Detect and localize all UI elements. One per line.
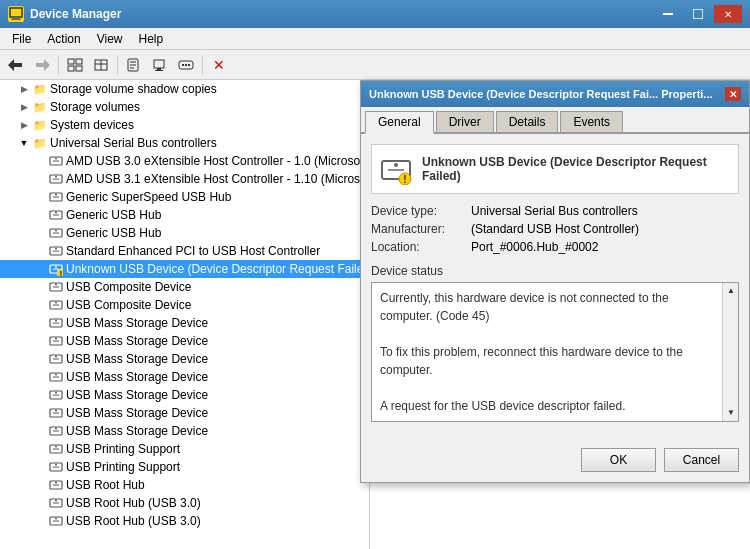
- tree-label: USB Mass Storage Device: [66, 316, 208, 330]
- tree-item-usb-print-1[interactable]: USB Printing Support: [0, 440, 369, 458]
- svg-point-89: [55, 518, 57, 520]
- dialog-title-bar: Unknown USB Device (Device Descriptor Re…: [361, 81, 749, 107]
- tree-item-usb-mass-4[interactable]: USB Mass Storage Device: [0, 368, 369, 386]
- tree-item-usb-print-2[interactable]: USB Printing Support: [0, 458, 369, 476]
- svg-rect-22: [182, 64, 184, 66]
- usb-icon: [48, 153, 64, 169]
- tree-item-usb-mass-2[interactable]: USB Mass Storage Device: [0, 332, 369, 350]
- svg-point-65: [55, 374, 57, 376]
- tree-label: USB Mass Storage Device: [66, 334, 208, 348]
- svg-point-50: [55, 284, 57, 286]
- dialog-close-button[interactable]: ✕: [725, 87, 741, 101]
- usb-icon: [48, 297, 64, 313]
- driver-btn[interactable]: [174, 54, 198, 76]
- tree-label: USB Root Hub: [66, 478, 145, 492]
- usb-icon: [48, 315, 64, 331]
- usb-warn-icon: !: [48, 261, 64, 277]
- tree-label: Unknown USB Device (Device Descriptor Re…: [66, 262, 370, 276]
- tree-item-generic-hub-1[interactable]: Generic USB Hub: [0, 206, 369, 224]
- expand-icon: ▶: [16, 81, 32, 97]
- delete-btn[interactable]: ✕: [207, 54, 231, 76]
- tree-item-generic-ss-hub[interactable]: Generic SuperSpeed USB Hub: [0, 188, 369, 206]
- tree-item-storage-shadow[interactable]: ▶ 📁 Storage volume shadow copies: [0, 80, 369, 98]
- tree-item-usb-root-1[interactable]: USB Root Hub: [0, 476, 369, 494]
- tab-general[interactable]: General: [365, 111, 434, 134]
- tree-item-usb-root-2[interactable]: USB Root Hub (USB 3.0): [0, 494, 369, 512]
- back-button[interactable]: [4, 54, 28, 76]
- tree-label: USB Root Hub (USB 3.0): [66, 514, 201, 528]
- expand-placeholder: [32, 459, 48, 475]
- tree-label: USB Root Hub (USB 3.0): [66, 496, 201, 510]
- menu-action[interactable]: Action: [39, 30, 88, 48]
- maximize-button[interactable]: [684, 5, 712, 23]
- tree-item-storage-volumes[interactable]: ▶ 📁 Storage volumes: [0, 98, 369, 116]
- menu-file[interactable]: File: [4, 30, 39, 48]
- tree-item-usb-mass-5[interactable]: USB Mass Storage Device: [0, 386, 369, 404]
- svg-point-86: [55, 500, 57, 502]
- scroll-up-button[interactable]: ▲: [723, 283, 739, 299]
- tab-driver[interactable]: Driver: [436, 111, 494, 132]
- svg-marker-6: [36, 59, 50, 71]
- device-manager-view-btn[interactable]: [63, 54, 87, 76]
- scan-btn[interactable]: [148, 54, 172, 76]
- menu-help[interactable]: Help: [131, 30, 172, 48]
- svg-point-62: [55, 356, 57, 358]
- usb-icon: [48, 423, 64, 439]
- svg-point-53: [55, 302, 57, 304]
- tree-item-usb-composite-2[interactable]: USB Composite Device: [0, 296, 369, 314]
- title-bar-controls: ✕: [654, 5, 742, 23]
- tab-details[interactable]: Details: [496, 111, 559, 132]
- tree-label: Generic SuperSpeed USB Hub: [66, 190, 231, 204]
- ok-button[interactable]: OK: [581, 448, 656, 472]
- svg-rect-7: [68, 59, 74, 64]
- dialog-buttons: OK Cancel: [361, 442, 749, 482]
- prop-value-manufacturer: (Standard USB Host Controller): [471, 222, 739, 236]
- tree-label: System devices: [50, 118, 134, 132]
- usb-icon: [48, 369, 64, 385]
- toolbar: ✕: [0, 50, 750, 80]
- status-scrollbar[interactable]: ▲ ▼: [722, 283, 738, 421]
- tree-item-amd-30[interactable]: AMD USB 3.0 eXtensible Host Controller -…: [0, 152, 369, 170]
- tree-label: Storage volume shadow copies: [50, 82, 217, 96]
- dialog-tabs: General Driver Details Events: [361, 107, 749, 134]
- svg-point-27: [55, 158, 57, 160]
- tree-item-usb-mass-1[interactable]: USB Mass Storage Device: [0, 314, 369, 332]
- tree-item-usb-root-3[interactable]: USB Root Hub (USB 3.0): [0, 512, 369, 530]
- usb-icon: [48, 387, 64, 403]
- tree-panel[interactable]: ▶ 📁 Storage volume shadow copies ▶ 📁 Sto…: [0, 80, 370, 549]
- expand-placeholder: [32, 333, 48, 349]
- tree-item-usb-mass-6[interactable]: USB Mass Storage Device: [0, 404, 369, 422]
- menu-view[interactable]: View: [89, 30, 131, 48]
- tree-item-system-devices[interactable]: ▶ 📁 System devices: [0, 116, 369, 134]
- tree-item-standard-pci[interactable]: Standard Enhanced PCI to USB Host Contro…: [0, 242, 369, 260]
- tree-item-usb-composite-1[interactable]: USB Composite Device: [0, 278, 369, 296]
- expand-placeholder: [32, 513, 48, 529]
- expand-placeholder: [32, 297, 48, 313]
- usb-icon: [48, 279, 64, 295]
- tab-events[interactable]: Events: [560, 111, 623, 132]
- tree-item-usb-mass-7[interactable]: USB Mass Storage Device: [0, 422, 369, 440]
- scroll-down-button[interactable]: ▼: [723, 405, 739, 421]
- minimize-button[interactable]: [654, 5, 682, 23]
- tree-label: Storage volumes: [50, 100, 140, 114]
- svg-rect-9: [68, 66, 74, 71]
- prop-row-manufacturer: Manufacturer: (Standard USB Host Control…: [371, 222, 739, 236]
- tree-item-usb-mass-3[interactable]: USB Mass Storage Device: [0, 350, 369, 368]
- tree-label: USB Printing Support: [66, 460, 180, 474]
- svg-point-83: [55, 482, 57, 484]
- svg-point-80: [55, 464, 57, 466]
- resources-btn[interactable]: [89, 54, 113, 76]
- properties-btn[interactable]: [122, 54, 146, 76]
- svg-text:!: !: [60, 270, 62, 276]
- tree-item-generic-hub-2[interactable]: Generic USB Hub: [0, 224, 369, 242]
- close-button[interactable]: ✕: [714, 5, 742, 23]
- tree-item-amd-31[interactable]: AMD USB 3.1 eXtensible Host Controller -…: [0, 170, 369, 188]
- tree-item-unknown-usb[interactable]: ! Unknown USB Device (Device Descriptor …: [0, 260, 369, 278]
- scroll-track: [723, 299, 738, 405]
- tree-label: USB Printing Support: [66, 442, 180, 456]
- tree-label: USB Mass Storage Device: [66, 388, 208, 402]
- tree-item-usb-controllers[interactable]: ▼ 📁 Universal Serial Bus controllers: [0, 134, 369, 152]
- cancel-button[interactable]: Cancel: [664, 448, 739, 472]
- usb-icon: [48, 495, 64, 511]
- forward-button[interactable]: [30, 54, 54, 76]
